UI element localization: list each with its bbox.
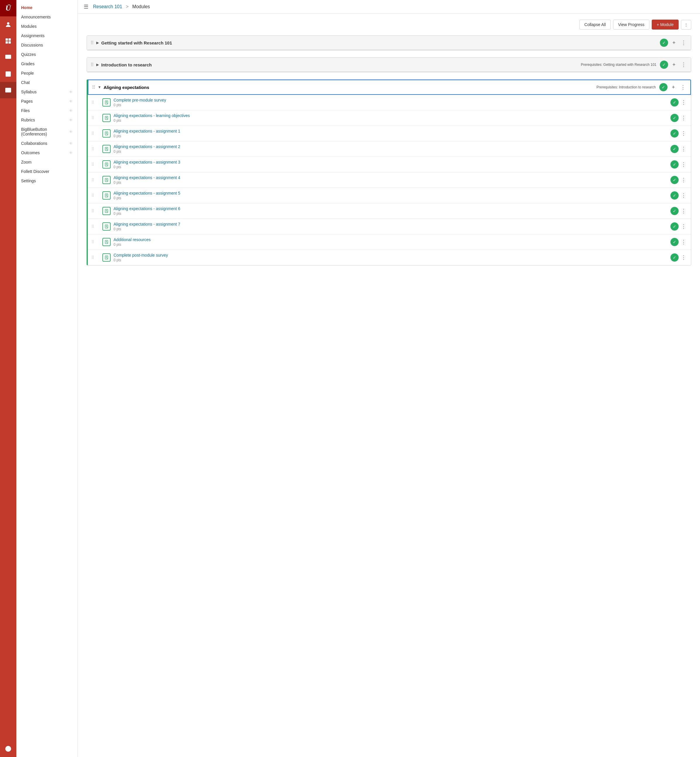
more-options-button[interactable]: ⋮ — [681, 20, 691, 30]
item-drag-handle-icon[interactable]: ⠿ — [91, 240, 94, 244]
item-title[interactable]: Aligning expectations - assignment 4 — [114, 175, 670, 180]
nav-item-bigbluebutton-(conferences)[interactable]: BigBlueButton (Conferences)👁 — [16, 125, 78, 139]
item-completion-check-icon[interactable]: ✓ — [670, 207, 679, 215]
nav-account[interactable] — [0, 16, 16, 33]
module-toggle[interactable]: ▶ — [96, 62, 99, 67]
breadcrumb-course[interactable]: Research 101 — [93, 4, 122, 9]
item-more-button[interactable]: ⋮ — [680, 161, 688, 168]
nav-item-pages[interactable]: Pages👁 — [16, 97, 78, 106]
drag-handle-icon[interactable]: ⠿ — [91, 40, 94, 46]
nav-courses[interactable] — [0, 49, 16, 66]
nav-dashboard[interactable] — [0, 33, 16, 49]
add-module-button[interactable]: + Module — [652, 20, 679, 30]
nav-item-zoom[interactable]: Zoom — [16, 158, 78, 167]
add-item-button[interactable]: + — [670, 61, 678, 69]
item-completion-check-icon[interactable]: ✓ — [670, 114, 679, 122]
eye-icon[interactable]: 👁 — [69, 130, 73, 134]
nav-item-people[interactable]: People — [16, 69, 78, 78]
item-drag-handle-icon[interactable]: ⠿ — [91, 131, 94, 136]
nav-item-files[interactable]: Files👁 — [16, 106, 78, 115]
nav-item-syllabus[interactable]: Syllabus👁 — [16, 87, 78, 97]
item-title[interactable]: Aligning expectations - assignment 1 — [114, 129, 670, 133]
item-drag-handle-icon[interactable]: ⠿ — [91, 209, 94, 213]
nav-item-rubrics[interactable]: Rubrics👁 — [16, 115, 78, 125]
completion-check-icon[interactable]: ✓ — [660, 61, 668, 69]
eye-icon[interactable]: 👁 — [69, 99, 73, 104]
item-more-button[interactable]: ⋮ — [680, 238, 688, 246]
module-more-button[interactable]: ⋮ — [679, 83, 687, 91]
item-completion-check-icon[interactable]: ✓ — [670, 191, 679, 200]
item-drag-handle-icon[interactable]: ⠿ — [91, 193, 94, 198]
item-drag-handle-icon[interactable]: ⠿ — [91, 224, 94, 229]
item-more-button[interactable]: ⋮ — [680, 223, 688, 230]
item-completion-check-icon[interactable]: ✓ — [670, 176, 679, 184]
eye-icon[interactable]: 👁 — [69, 118, 73, 122]
item-completion-check-icon[interactable]: ✓ — [670, 130, 679, 137]
module-more-button[interactable]: ⋮ — [680, 39, 688, 47]
item-title[interactable]: Aligning expectations - learning objecti… — [114, 113, 670, 118]
nav-inbox[interactable] — [0, 82, 16, 98]
item-title[interactable]: Complete post-module survey — [114, 253, 670, 258]
item-more-button[interactable]: ⋮ — [680, 192, 688, 199]
item-title[interactable]: Aligning expectations - assignment 6 — [114, 206, 670, 211]
nav-calendar[interactable] — [0, 66, 16, 82]
hamburger-menu[interactable]: ☰ — [84, 3, 88, 10]
eye-icon[interactable]: 👁 — [69, 90, 73, 94]
item-more-button[interactable]: ⋮ — [680, 114, 688, 122]
item-title[interactable]: Complete pre-module survey — [114, 98, 670, 102]
module-title-input[interactable] — [103, 85, 597, 90]
drag-handle-icon[interactable]: ⠿ — [91, 62, 94, 67]
item-pts: 0 pts — [114, 150, 670, 154]
item-drag-handle-icon[interactable]: ⠿ — [91, 162, 94, 167]
view-progress-button[interactable]: View Progress — [613, 20, 649, 30]
item-drag-handle-icon[interactable]: ⠿ — [91, 116, 94, 120]
add-item-button[interactable]: + — [670, 39, 678, 47]
module-toggle[interactable]: ▼ — [98, 85, 101, 89]
module-more-button[interactable]: ⋮ — [680, 61, 688, 69]
item-title[interactable]: Additional resources — [114, 237, 670, 242]
item-completion-check-icon[interactable]: ✓ — [670, 222, 679, 231]
nav-item-settings[interactable]: Settings — [16, 176, 78, 186]
eye-icon[interactable]: 👁 — [69, 141, 73, 146]
item-title[interactable]: Aligning expectations - assignment 5 — [114, 191, 670, 195]
nav-item-chat[interactable]: Chat — [16, 78, 78, 87]
item-drag-handle-icon[interactable]: ⠿ — [91, 100, 94, 105]
nav-item-home[interactable]: Home — [16, 3, 78, 12]
item-more-button[interactable]: ⋮ — [680, 145, 688, 153]
item-title[interactable]: Aligning expectations - assignment 2 — [114, 144, 670, 149]
add-item-button[interactable]: + — [669, 83, 678, 91]
item-title[interactable]: Aligning expectations - assignment 3 — [114, 160, 670, 164]
item-completion-check-icon[interactable]: ✓ — [670, 238, 679, 246]
item-drag-handle-icon[interactable]: ⠿ — [91, 147, 94, 151]
item-more-button[interactable]: ⋮ — [680, 130, 688, 137]
eye-icon[interactable]: 👁 — [69, 109, 73, 113]
item-drag-handle-icon[interactable]: ⠿ — [91, 178, 94, 182]
item-more-button[interactable]: ⋮ — [680, 254, 688, 261]
item-more-button[interactable]: ⋮ — [680, 98, 688, 106]
item-completion-check-icon[interactable]: ✓ — [670, 160, 679, 169]
nav-item-quizzes[interactable]: Quizzes — [16, 50, 78, 59]
completion-check-icon[interactable]: ✓ — [659, 83, 667, 91]
nav-item-assignments[interactable]: Assignments — [16, 31, 78, 41]
nav-item-modules[interactable]: Modules — [16, 22, 78, 31]
nav-item-follett-discover[interactable]: Follett Discover — [16, 167, 78, 176]
completion-check-icon[interactable]: ✓ — [660, 39, 668, 47]
item-drag-handle-icon[interactable]: ⠿ — [91, 255, 94, 260]
eye-icon[interactable]: 👁 — [69, 151, 73, 155]
item-completion-check-icon[interactable]: ✓ — [670, 253, 679, 262]
app-logo[interactable]: Ü — [0, 0, 16, 16]
nav-item-outcomes[interactable]: Outcomes👁 — [16, 148, 78, 158]
item-more-button[interactable]: ⋮ — [680, 207, 688, 215]
item-completion-check-icon[interactable]: ✓ — [670, 145, 679, 153]
item-title[interactable]: Aligning expectations - assignment 7 — [114, 222, 670, 226]
item-more-button[interactable]: ⋮ — [680, 176, 688, 184]
nav-item-discussions[interactable]: Discussions — [16, 41, 78, 50]
collapse-all-button[interactable]: Collapse All — [580, 20, 611, 30]
nav-help[interactable] — [0, 741, 16, 757]
module-toggle[interactable]: ▶ — [96, 41, 99, 45]
item-completion-check-icon[interactable]: ✓ — [670, 98, 679, 106]
nav-item-grades[interactable]: Grades — [16, 59, 78, 69]
nav-item-collaborations[interactable]: Collaborations👁 — [16, 139, 78, 148]
drag-handle-icon[interactable]: ⠿ — [92, 84, 95, 90]
nav-item-announcements[interactable]: Announcements — [16, 12, 78, 22]
